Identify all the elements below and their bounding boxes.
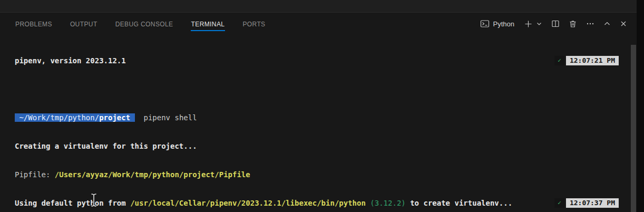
prompt-dirname: project <box>99 113 130 122</box>
kill-terminal-icon[interactable] <box>568 18 578 29</box>
shell-name-label: Python <box>493 20 514 28</box>
python-version: (3.12.2) <box>370 199 405 207</box>
split-terminal-icon[interactable] <box>550 18 561 29</box>
terminal-toolbar: Python <box>480 18 628 29</box>
launch-profile-chevron-icon[interactable] <box>535 20 543 28</box>
vscode-terminal-panel: { "panel": { "tabs": [ {"label": "PROBLE… <box>0 0 644 212</box>
terminal-line: Using default python from /usr/local/Cel… <box>0 198 637 208</box>
tab-debug-console[interactable]: DEBUG CONSOLE <box>115 14 174 34</box>
command-text: pipenv shell <box>135 113 197 122</box>
command-timestamp: 12:07:37 PM <box>566 198 619 208</box>
active-shell[interactable]: Python <box>480 20 514 28</box>
version-text: pipenv, version 2023.12.1 <box>15 56 126 65</box>
panel-tabs: PROBLEMS OUTPUT DEBUG CONSOLE TERMINAL P… <box>15 14 266 34</box>
terminal-line: Creating a virtualenv for this project..… <box>0 141 637 151</box>
command-timestamp-decoration: ✓ 12:07:37 PM <box>554 198 619 208</box>
pipfile-path: /Users/ayyaz/Work/tmp/python/project/Pip… <box>55 170 250 179</box>
command-success-check-icon: ✓ <box>554 198 564 208</box>
more-actions-icon[interactable] <box>585 18 596 29</box>
terminal-icon <box>480 20 490 28</box>
prompt-pad <box>130 113 134 122</box>
close-panel-icon[interactable] <box>619 19 628 28</box>
window-right-edge <box>637 0 644 212</box>
tab-terminal[interactable]: TERMINAL <box>191 14 226 34</box>
terminal-output: pipenv, version 2023.12.1 ~/Work/tmp/pyt… <box>0 35 637 212</box>
terminal-line-blank <box>0 84 637 94</box>
tab-problems[interactable]: PROBLEMS <box>15 14 53 34</box>
editor-area-strip <box>0 0 644 13</box>
panel-header: PROBLEMS OUTPUT DEBUG CONSOLE TERMINAL P… <box>0 13 637 35</box>
new-terminal-icon[interactable] <box>523 19 533 29</box>
tab-ports[interactable]: PORTS <box>242 14 266 34</box>
terminal-scrollbar[interactable] <box>631 45 636 212</box>
new-terminal-group <box>523 19 543 29</box>
prompt-path: ~/Work/tmp/python/ <box>15 113 99 122</box>
maximize-panel-icon[interactable] <box>602 19 612 28</box>
command-success-check-icon: ✓ <box>554 56 564 65</box>
command-timestamp: 12:07:21 PM <box>566 56 619 65</box>
terminal-line: Pipfile: /Users/ayyaz/Work/tmp/python/pr… <box>0 170 637 179</box>
command-timestamp-decoration: ✓ 12:07:21 PM <box>554 56 619 65</box>
tab-output[interactable]: OUTPUT <box>70 14 98 34</box>
terminal-line: pipenv, version 2023.12.1 <box>0 56 637 65</box>
python-path: /usr/local/Cellar/pipenv/2023.12.1/libex… <box>130 199 366 207</box>
terminal-line-prompt: ~/Work/tmp/python/project pipenv shell <box>0 113 637 122</box>
